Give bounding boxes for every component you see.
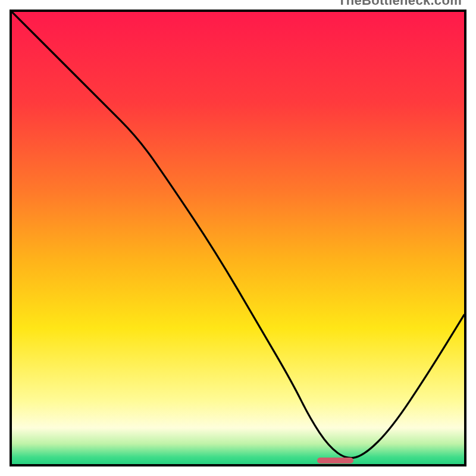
bottleneck-curve bbox=[12, 12, 464, 464]
watermark-text: TheBottleneck.com bbox=[338, 0, 462, 8]
optimal-range-marker bbox=[317, 458, 353, 464]
chart-frame bbox=[10, 10, 466, 466]
